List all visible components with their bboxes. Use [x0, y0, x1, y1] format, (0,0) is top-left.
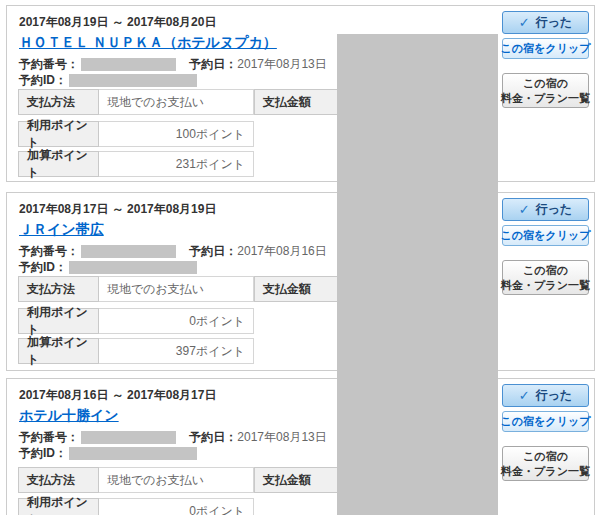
- reservation-date-label: 予約日：: [189, 57, 237, 71]
- plan-list-button[interactable]: この宿の 料金・プラン一覧: [502, 260, 589, 295]
- clip-hotel-button[interactable]: この宿をクリップ: [502, 225, 589, 246]
- payment-method-value: 現地でのお支払い: [99, 276, 254, 302]
- check-icon: ✓: [519, 389, 530, 402]
- plan-button-line2: 料金・プラン一覧: [501, 278, 590, 292]
- clip-button-label: この宿をクリップ: [501, 414, 591, 429]
- payment-method-label: 支払方法: [18, 276, 99, 302]
- redacted-reservation-no: [81, 245, 176, 258]
- used-points-row: 利用ポイント 0ポイント: [18, 308, 254, 334]
- stay-date-range: 2017年08月16日 ～ 2017年08月17日: [19, 387, 216, 404]
- clip-hotel-button[interactable]: この宿をクリップ: [502, 411, 589, 432]
- clip-hotel-button[interactable]: この宿をクリップ: [502, 38, 589, 59]
- plan-button-line1: この宿の: [523, 449, 568, 463]
- earned-points-label: 加算ポイント: [18, 338, 99, 364]
- used-points-row: 利用ポイント 0ポイント: [18, 498, 254, 515]
- reservation-no-label: 予約番号：: [19, 57, 79, 71]
- card-actions: ✓ 行った この宿をクリップ この宿の 料金・プラン一覧: [502, 384, 589, 481]
- used-points-row: 利用ポイント 100ポイント: [18, 121, 254, 147]
- earned-points-value: 397ポイント: [99, 338, 254, 364]
- card-actions: ✓ 行った この宿をクリップ この宿の 料金・プラン一覧: [502, 11, 589, 108]
- went-button[interactable]: ✓ 行った: [502, 198, 589, 221]
- plan-list-button[interactable]: この宿の 料金・プラン一覧: [502, 73, 589, 108]
- reservation-date-value: 2017年08月13日: [237, 57, 326, 71]
- payment-amount-label: 支払金額: [254, 467, 338, 493]
- clip-button-label: この宿をクリップ: [501, 228, 591, 243]
- plan-button-line1: この宿の: [523, 263, 568, 277]
- used-points-label: 利用ポイント: [18, 121, 99, 147]
- reservation-id-label: 予約ID：: [19, 73, 67, 87]
- reservation-no-label: 予約番号：: [19, 430, 79, 444]
- went-button[interactable]: ✓ 行った: [502, 384, 589, 407]
- reservation-id-line: 予約ID：: [19, 259, 197, 276]
- earned-points-value: 231ポイント: [99, 151, 254, 177]
- used-points-value: 0ポイント: [99, 308, 254, 334]
- redacted-reservation-id: [69, 261, 197, 274]
- reservation-date-value: 2017年08月13日: [237, 430, 326, 444]
- plan-list-button[interactable]: この宿の 料金・プラン一覧: [502, 446, 589, 481]
- reservation-no-label: 予約番号：: [19, 244, 79, 258]
- used-points-value: 100ポイント: [99, 121, 254, 147]
- redacted-reservation-id: [69, 74, 197, 87]
- went-button-label: 行った: [536, 14, 573, 31]
- stay-date-range: 2017年08月19日 ～ 2017年08月20日: [19, 14, 216, 31]
- payment-amount-label: 支払金額: [254, 276, 338, 302]
- went-button[interactable]: ✓ 行った: [502, 11, 589, 34]
- payment-amount-label: 支払金額: [254, 89, 338, 115]
- booking-card: 2017年08月16日 ～ 2017年08月17日 ホテル十勝イン 予約番号： …: [6, 378, 595, 515]
- payment-method-value: 現地でのお支払い: [99, 467, 254, 493]
- plan-button-line1: この宿の: [523, 76, 568, 90]
- earned-points-row: 加算ポイント 397ポイント: [18, 338, 254, 364]
- check-icon: ✓: [519, 203, 530, 216]
- earned-points-row: 加算ポイント 231ポイント: [18, 151, 254, 177]
- clip-button-label: この宿をクリップ: [501, 41, 591, 56]
- redacted-reservation-no: [81, 431, 176, 444]
- redacted-reservation-id: [69, 447, 197, 460]
- used-points-label: 利用ポイント: [18, 498, 99, 515]
- redaction-overlay: [337, 34, 498, 515]
- reservation-date-value: 2017年08月16日: [237, 244, 326, 258]
- used-points-label: 利用ポイント: [18, 308, 99, 334]
- payment-method-label: 支払方法: [18, 89, 99, 115]
- went-button-label: 行った: [536, 201, 573, 218]
- check-icon: ✓: [519, 16, 530, 29]
- reservation-date-label: 予約日：: [189, 430, 237, 444]
- reservation-date-label: 予約日：: [189, 244, 237, 258]
- card-actions: ✓ 行った この宿をクリップ この宿の 料金・プラン一覧: [502, 198, 589, 295]
- stay-date-range: 2017年08月17日 ～ 2017年08月19日: [19, 201, 216, 218]
- used-points-value: 0ポイント: [99, 498, 254, 515]
- booking-history-page: 2017年08月19日 ～ 2017年08月20日 ＨＯＴＥＬ ＮＵＰＫＡ（ホテ…: [0, 0, 600, 515]
- reservation-id-label: 予約ID：: [19, 446, 67, 460]
- reservation-id-label: 予約ID：: [19, 260, 67, 274]
- payment-method-label: 支払方法: [18, 467, 99, 493]
- went-button-label: 行った: [536, 387, 573, 404]
- reservation-id-line: 予約ID：: [19, 445, 197, 462]
- earned-points-label: 加算ポイント: [18, 151, 99, 177]
- hotel-link[interactable]: ＪＲイン帯広: [19, 221, 104, 239]
- redacted-reservation-no: [81, 58, 176, 71]
- hotel-link[interactable]: ＨＯＴＥＬ ＮＵＰＫＡ（ホテルヌプカ）: [19, 34, 277, 52]
- reservation-id-line: 予約ID：: [19, 72, 197, 89]
- hotel-link[interactable]: ホテル十勝イン: [19, 407, 119, 425]
- payment-method-value: 現地でのお支払い: [99, 89, 254, 115]
- booking-card: 2017年08月19日 ～ 2017年08月20日 ＨＯＴＥＬ ＮＵＰＫＡ（ホテ…: [6, 5, 595, 182]
- plan-button-line2: 料金・プラン一覧: [501, 91, 590, 105]
- booking-card: 2017年08月17日 ～ 2017年08月19日 ＪＲイン帯広 予約番号： 予…: [6, 192, 595, 371]
- plan-button-line2: 料金・プラン一覧: [501, 464, 590, 478]
